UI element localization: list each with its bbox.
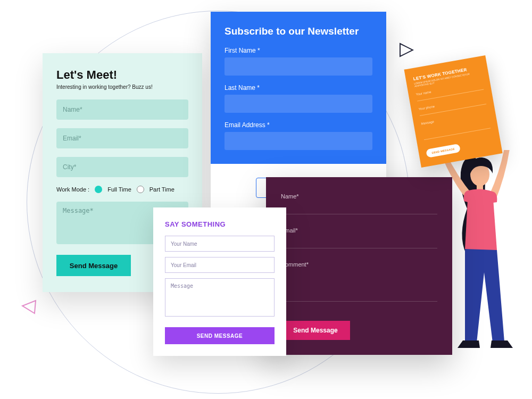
dark-name-label: Name* bbox=[281, 193, 437, 200]
dark-email-label: Email* bbox=[281, 227, 437, 234]
first-name-label: First Name * bbox=[225, 47, 372, 54]
svg-marker-0 bbox=[400, 44, 413, 56]
email-address-input[interactable] bbox=[225, 132, 372, 150]
say-something-form: SAY SOMETHING SEND MESSAGE bbox=[153, 207, 286, 356]
orange-send-button[interactable]: SEND MESSAGE bbox=[426, 144, 461, 158]
say-message-textarea[interactable] bbox=[165, 278, 275, 317]
dark-comment-label: Comment* bbox=[281, 261, 437, 268]
last-name-label: Last Name * bbox=[225, 84, 372, 92]
say-something-title: SAY SOMETHING bbox=[165, 220, 275, 228]
orange-work-together-form: LET'S WORK TOGETHER LOREM IPSUM DOLOR SI… bbox=[404, 55, 503, 168]
work-mode-row: Work Mode : Full Time Part Time bbox=[56, 186, 188, 193]
lets-meet-title: Let's Meet! bbox=[56, 68, 188, 82]
name-input[interactable] bbox=[56, 99, 188, 120]
triangle-decoration-left bbox=[21, 298, 37, 314]
say-send-button[interactable]: SEND MESSAGE bbox=[165, 327, 275, 344]
dark-send-button[interactable]: Send Message bbox=[281, 321, 350, 340]
newsletter-title: Subscribe to our Newsletter bbox=[225, 26, 372, 37]
your-name-input[interactable] bbox=[165, 236, 275, 252]
dark-email-input[interactable] bbox=[281, 236, 437, 248]
lets-meet-subtitle: Interesting in working together? Buzz us… bbox=[56, 84, 188, 90]
dark-name-input[interactable] bbox=[281, 202, 437, 214]
email-input[interactable] bbox=[56, 128, 188, 148]
work-mode-label: Work Mode : bbox=[56, 186, 89, 193]
dark-comment-form: Name* Email* Comment* Send Message bbox=[266, 177, 452, 355]
triangle-decoration-right bbox=[399, 43, 414, 57]
person-illustration bbox=[442, 150, 521, 365]
send-message-button[interactable]: Send Message bbox=[56, 255, 131, 276]
last-name-input[interactable] bbox=[225, 95, 372, 113]
city-input[interactable] bbox=[56, 157, 188, 177]
dark-comment-textarea[interactable] bbox=[281, 270, 437, 302]
fulltime-label: Full Time bbox=[107, 186, 131, 193]
parttime-label: Part Time bbox=[149, 186, 174, 193]
email-address-label: Email Address * bbox=[225, 121, 372, 129]
fulltime-radio[interactable] bbox=[95, 186, 102, 193]
your-email-input[interactable] bbox=[165, 257, 275, 273]
first-name-input[interactable] bbox=[225, 57, 372, 76]
parttime-radio[interactable] bbox=[137, 186, 144, 193]
svg-marker-1 bbox=[22, 300, 36, 313]
